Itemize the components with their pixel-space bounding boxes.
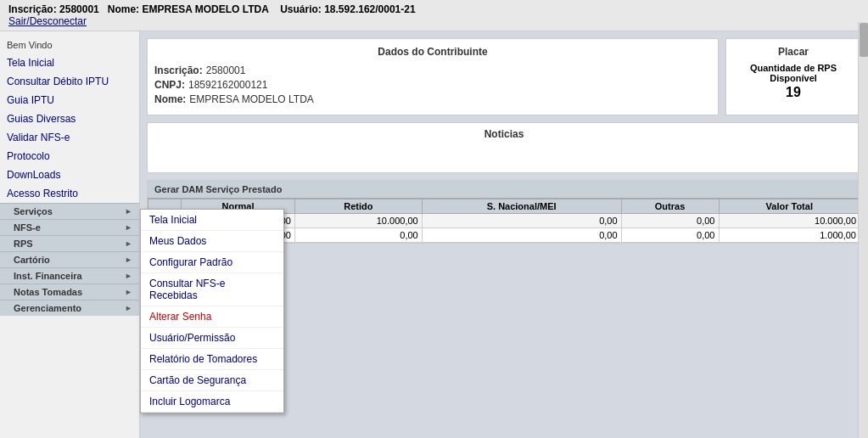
sidebar-sub-cartorio-label: Cartório [14, 255, 50, 265]
scrollbar[interactable] [858, 22, 868, 438]
sidebar-sub-cartorio[interactable]: Cartório ► [0, 251, 139, 267]
cell-1-5: 1.000,00 [719, 228, 860, 243]
col-header-retido: Retido [294, 199, 422, 214]
arrow-right-icon: ► [125, 272, 132, 280]
sidebar-item-acesso-restrito[interactable]: Acesso Restrito [0, 184, 139, 203]
sair-link[interactable]: Sair/Desconectar [8, 15, 87, 27]
sidebar-sub-nfse-label: NFS-e [14, 222, 41, 233]
cnpj-field-label: CNPJ: [154, 79, 185, 91]
sidebar-item-tela-inicial[interactable]: Tela Inicial [0, 53, 139, 72]
sidebar-sub-servicos[interactable]: Serviços ► [0, 203, 139, 219]
placar-quantity-label: Quantidade de RPS Disponível [733, 63, 854, 83]
arrow-right-icon: ► [125, 239, 132, 248]
cell-1-2: 0,00 [294, 228, 422, 243]
sidebar-sub-nfse[interactable]: NFS-e ► [0, 219, 139, 235]
col-header-snacional: S. Nacional/MEI [422, 199, 621, 214]
placar-box: Placar Quantidade de RPS Disponível 19 [725, 38, 861, 115]
sidebar-sub-inst-label: Inst. Financeira [14, 271, 82, 281]
cell-0-2: 10.000,00 [294, 214, 422, 228]
sidebar-sub-gerenciamento-label: Gerenciamento [14, 303, 81, 313]
sidebar-item-guias-diversas[interactable]: Guias Diversas [0, 110, 139, 128]
dropdown-item-5[interactable]: Usuário/Permissão [141, 328, 283, 349]
sidebar-item-validar-nfse[interactable]: Validar NFS-e [0, 128, 139, 147]
col-header-total: Valor Total [719, 199, 860, 214]
nome-value: EMPRESA MODELO LTDA [142, 3, 268, 15]
scroll-thumb[interactable] [860, 23, 868, 57]
inscricao-label: Inscrição: [8, 3, 57, 15]
inscricao-value: 2580001 [59, 3, 99, 15]
sidebar-item-downloads[interactable]: DownLoads [0, 166, 139, 184]
dropdown-item-4[interactable]: Alterar Senha [141, 306, 283, 328]
sidebar-item-consultar-debito[interactable]: Consultar Débito IPTU [0, 72, 139, 91]
inscricao-row: Inscrição: 2580001 [154, 65, 711, 76]
col-header-outras: Outras [621, 199, 719, 214]
arrow-right-icon: ► [125, 207, 132, 216]
contribuinte-box: Dados do Contribuinte Inscrição: 2580001… [147, 38, 719, 115]
dropdown-menu: Tela InicialMeus DadosConfigurar PadrãoC… [140, 209, 284, 413]
dropdown-item-2[interactable]: Configurar Padrão [141, 252, 283, 273]
cnpj-row: CNPJ: 18592162000121 [154, 79, 711, 91]
contribuinte-title: Dados do Contribuinte [154, 46, 711, 58]
sidebar-item-protocolo[interactable]: Protocolo [0, 147, 139, 166]
arrow-right-icon: ► [125, 288, 132, 296]
dropdown-item-0[interactable]: Tela Inicial [141, 210, 283, 231]
dropdown-item-8[interactable]: Incluir Logomarca [141, 391, 283, 413]
cnpj-field-value: 18592162000121 [188, 79, 267, 91]
sidebar: Bem Vindo Tela Inicial Consultar Débito … [0, 31, 140, 438]
sidebar-sub-rps-label: RPS [14, 239, 33, 249]
inscricao-field-label: Inscrição: [154, 65, 203, 76]
noticias-box: Noticias [147, 122, 861, 173]
inscricao-field-value: 2580001 [206, 65, 246, 76]
cell-1-3: 0,00 [422, 228, 621, 243]
nome-field-value: EMPRESA MODELO LTDA [189, 93, 313, 105]
sidebar-sub-inst-financeira[interactable]: Inst. Financeira ► [0, 267, 139, 284]
top-bar: Inscrição: 2580001 Nome: EMPRESA MODELO … [0, 0, 868, 31]
dropdown-item-1[interactable]: Meus Dados [141, 231, 283, 252]
cell-0-3: 0,00 [422, 214, 621, 228]
placar-quantity-value: 19 [733, 85, 854, 100]
sidebar-sub-notas-label: Notas Tomadas [14, 287, 82, 297]
cell-0-4: 0,00 [621, 214, 719, 228]
sidebar-sub-gerenciamento[interactable]: Gerenciamento ► [0, 300, 139, 316]
usuario-label: Usuário: [280, 3, 322, 15]
dropdown-item-7[interactable]: Cartão de Segurança [141, 370, 283, 391]
bem-vindo-label: Bem Vindo [0, 36, 139, 53]
arrow-right-icon: ► [125, 256, 132, 264]
sidebar-sub-servicos-label: Serviços [14, 206, 53, 216]
dropdown-item-6[interactable]: Relatório de Tomadores [141, 349, 283, 370]
arrow-right-icon: ► [125, 223, 132, 232]
nome-row: Nome: EMPRESA MODELO LTDA [154, 93, 711, 105]
info-row: Dados do Contribuinte Inscrição: 2580001… [147, 38, 861, 115]
cell-1-4: 0,00 [621, 228, 719, 243]
table-header: Gerar DAM Serviço Prestado [148, 181, 860, 199]
usuario-value: 18.592.162/0001-21 [324, 3, 415, 15]
nome-field-label: Nome: [154, 93, 186, 105]
arrow-right-icon: ► [125, 304, 132, 312]
placar-title: Placar [733, 46, 854, 58]
cell-0-5: 10.000,00 [719, 214, 860, 228]
sidebar-item-guia-iptu[interactable]: Guia IPTU [0, 91, 139, 110]
sidebar-sub-notas-tomadas[interactable]: Notas Tomadas ► [0, 284, 139, 300]
dropdown-item-3[interactable]: Consultar NFS-e Recebidas [141, 273, 283, 306]
sidebar-sub-rps[interactable]: RPS ► [0, 235, 139, 251]
noticias-title: Noticias [153, 128, 855, 140]
nome-label: Nome: [108, 3, 139, 15]
